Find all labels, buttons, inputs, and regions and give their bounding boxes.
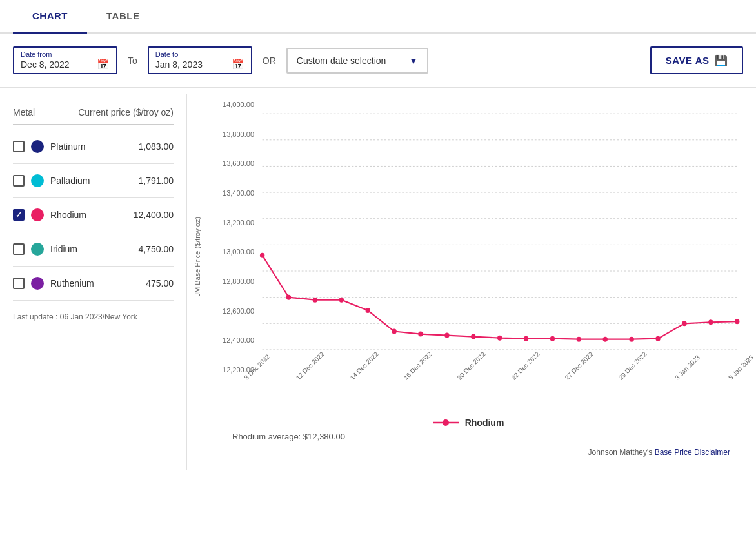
svg-point-23 <box>603 337 608 342</box>
metal-checkbox-palladium[interactable] <box>13 175 25 187</box>
svg-point-21 <box>550 336 555 341</box>
svg-point-16 <box>418 332 423 337</box>
svg-point-11 <box>286 295 291 300</box>
y-label: 12,800.00 <box>223 278 254 285</box>
chart-average: Rhodium average: $12,380.00 <box>194 432 743 441</box>
date-to-field[interactable]: Date to 📅 <box>148 46 252 74</box>
to-label: To <box>128 56 137 66</box>
metal-dot-iridium <box>31 243 44 256</box>
metal-price-rhodium: 12,400.00 <box>128 210 174 220</box>
save-icon: 💾 <box>715 54 728 66</box>
metal-row-ruthenium: Ruthenium475.00 <box>13 267 174 301</box>
svg-point-13 <box>339 298 344 303</box>
tabs-container: CHART TABLE <box>0 0 756 34</box>
controls-row: Date from 📅 To Date to 📅 OR Custom date … <box>0 34 756 88</box>
metal-name-rhodium: Rhodium <box>50 210 122 220</box>
sidebar-header-metal: Metal <box>13 107 35 117</box>
chart-footer: Johnson Matthey's Base Price Disclaimer <box>194 448 743 457</box>
metal-row-platinum: Platinum1,083.00 <box>13 130 174 164</box>
calendar-to-icon[interactable]: 📅 <box>232 58 244 70</box>
sidebar: Metal Current price ($/troy oz) Platinum… <box>0 94 187 470</box>
tab-table[interactable]: TABLE <box>87 0 159 34</box>
metal-checkbox-iridium[interactable] <box>13 243 25 255</box>
y-label: 13,800.00 <box>223 130 254 138</box>
tab-chart[interactable]: CHART <box>13 0 87 34</box>
legend-label: Rhodium <box>465 418 504 428</box>
svg-point-20 <box>524 336 528 341</box>
calendar-from-icon[interactable]: 📅 <box>97 58 110 70</box>
svg-point-26 <box>682 321 686 326</box>
legend-line-icon <box>433 418 459 427</box>
svg-point-18 <box>471 334 475 339</box>
date-to-label: Date to <box>155 50 244 58</box>
metal-name-palladium: Palladium <box>50 176 122 186</box>
chart-area: JM Base Price ($/troy oz) 14,000.0013,80… <box>187 94 756 470</box>
sidebar-header-price: Current price ($/troy oz) <box>78 107 174 117</box>
metal-price-platinum: 1,083.00 <box>128 141 174 152</box>
svg-point-15 <box>392 328 396 334</box>
custom-date-select-label: Custom date selection <box>297 56 386 66</box>
svg-point-30 <box>443 419 449 426</box>
date-from-input[interactable] <box>21 59 92 70</box>
custom-date-select[interactable]: Custom date selection ▼ <box>286 48 428 74</box>
metal-price-iridium: 4,750.00 <box>128 244 174 254</box>
y-axis-title: JM Base Price ($/troy oz) <box>194 217 201 296</box>
svg-point-17 <box>444 333 449 338</box>
chart-svg <box>259 101 743 372</box>
metal-checkbox-rhodium[interactable] <box>13 209 25 221</box>
last-update: Last update : 06 Jan 2023/New York <box>13 301 174 321</box>
y-label: 13,200.00 <box>223 219 254 227</box>
metal-price-ruthenium: 475.00 <box>128 278 174 288</box>
metal-row-iridium: Iridium4,750.00 <box>13 232 174 267</box>
save-as-button[interactable]: SAVE AS 💾 <box>650 46 743 74</box>
save-as-label: SAVE AS <box>666 55 710 66</box>
svg-point-24 <box>629 337 633 342</box>
metal-name-ruthenium: Ruthenium <box>50 278 122 288</box>
metal-dot-rhodium <box>31 208 44 221</box>
svg-point-12 <box>313 298 317 303</box>
svg-point-25 <box>655 336 660 341</box>
metal-dot-ruthenium <box>31 277 44 290</box>
svg-point-28 <box>735 319 739 324</box>
metal-dot-palladium <box>31 174 44 187</box>
x-axis-labels: 8 Dec 202212 Dec 202214 Dec 202216 Dec 2… <box>259 374 756 412</box>
metal-dot-platinum <box>31 140 44 153</box>
metal-list: Platinum1,083.00Palladium1,791.00Rhodium… <box>13 130 174 301</box>
metal-checkbox-ruthenium[interactable] <box>13 278 25 289</box>
metal-checkbox-platinum[interactable] <box>13 141 25 152</box>
y-label: 12,400.00 <box>223 336 254 344</box>
or-label: OR <box>263 56 276 66</box>
svg-point-19 <box>497 336 502 341</box>
chevron-down-icon: ▼ <box>409 56 418 66</box>
svg-point-27 <box>708 319 713 325</box>
metal-name-platinum: Platinum <box>50 141 122 152</box>
y-label: 13,000.00 <box>223 248 254 256</box>
metal-name-iridium: Iridium <box>50 244 122 254</box>
y-label: 12,600.00 <box>223 307 254 315</box>
y-label: 13,400.00 <box>223 189 254 197</box>
metal-price-palladium: 1,791.00 <box>128 176 174 186</box>
svg-point-22 <box>577 337 581 342</box>
svg-point-14 <box>366 308 370 313</box>
y-label: 13,600.00 <box>223 159 254 167</box>
chart-legend: Rhodium <box>194 418 743 428</box>
footer-text: Johnson Matthey's <box>588 448 655 457</box>
metal-row-palladium: Palladium1,791.00 <box>13 164 174 198</box>
sidebar-header: Metal Current price ($/troy oz) <box>13 101 174 125</box>
y-axis-labels: 14,000.0013,800.0013,600.0013,400.0013,2… <box>208 101 259 374</box>
date-to-input[interactable] <box>155 59 226 70</box>
metal-row-rhodium: Rhodium12,400.00 <box>13 198 174 232</box>
y-label: 14,000.00 <box>223 101 254 108</box>
date-from-field[interactable]: Date from 📅 <box>13 46 117 74</box>
svg-point-10 <box>260 253 264 258</box>
base-price-disclaimer-link[interactable]: Base Price Disclaimer <box>655 448 730 457</box>
main-layout: Metal Current price ($/troy oz) Platinum… <box>0 94 756 470</box>
date-from-label: Date from <box>21 50 110 58</box>
